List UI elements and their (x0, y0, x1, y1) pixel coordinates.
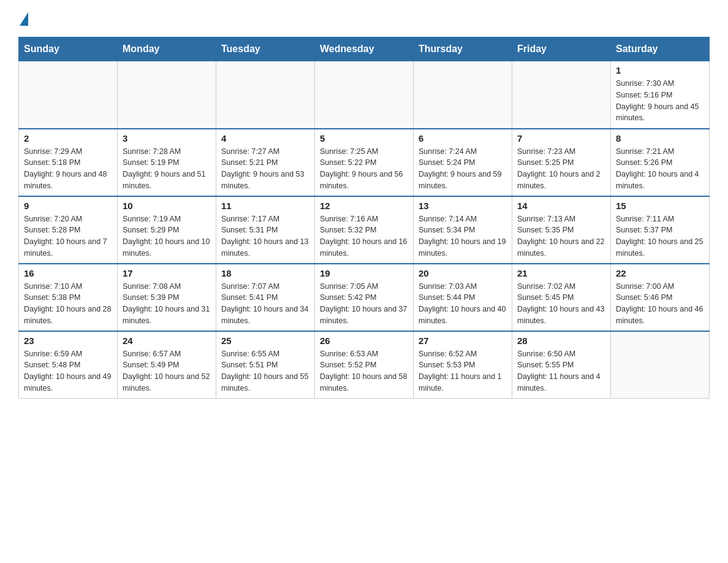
day-info: Sunrise: 7:08 AM Sunset: 5:39 PM Dayligh… (123, 281, 211, 327)
calendar-cell: 20Sunrise: 7:03 AM Sunset: 5:44 PM Dayli… (414, 264, 512, 331)
day-info: Sunrise: 7:21 AM Sunset: 5:26 PM Dayligh… (616, 146, 704, 192)
day-number: 1 (616, 65, 704, 75)
column-header-tuesday: Tuesday (216, 37, 315, 61)
day-info: Sunrise: 7:00 AM Sunset: 5:46 PM Dayligh… (616, 281, 704, 327)
calendar-cell: 23Sunrise: 6:59 AM Sunset: 5:48 PM Dayli… (19, 331, 118, 399)
calendar-cell: 1Sunrise: 7:30 AM Sunset: 5:16 PM Daylig… (611, 61, 710, 129)
day-info: Sunrise: 7:23 AM Sunset: 5:25 PM Dayligh… (517, 146, 605, 192)
calendar-week-row: 1Sunrise: 7:30 AM Sunset: 5:16 PM Daylig… (19, 61, 710, 129)
calendar-cell (512, 61, 611, 129)
day-info: Sunrise: 7:13 AM Sunset: 5:35 PM Dayligh… (517, 213, 605, 259)
day-info: Sunrise: 7:20 AM Sunset: 5:28 PM Dayligh… (24, 213, 112, 259)
day-number: 5 (320, 133, 408, 144)
day-info: Sunrise: 7:24 AM Sunset: 5:24 PM Dayligh… (419, 146, 507, 192)
column-header-sunday: Sunday (19, 37, 118, 61)
calendar-cell: 8Sunrise: 7:21 AM Sunset: 5:26 PM Daylig… (611, 129, 710, 196)
day-info: Sunrise: 7:28 AM Sunset: 5:19 PM Dayligh… (123, 146, 211, 192)
calendar-table: SundayMondayTuesdayWednesdayThursdayFrid… (18, 37, 710, 399)
calendar-cell: 22Sunrise: 7:00 AM Sunset: 5:46 PM Dayli… (611, 264, 710, 331)
day-number: 24 (123, 335, 211, 346)
column-header-wednesday: Wednesday (315, 37, 414, 61)
day-number: 2 (24, 133, 112, 144)
calendar-cell: 9Sunrise: 7:20 AM Sunset: 5:28 PM Daylig… (19, 196, 118, 264)
day-info: Sunrise: 6:53 AM Sunset: 5:52 PM Dayligh… (320, 348, 408, 394)
day-info: Sunrise: 7:03 AM Sunset: 5:44 PM Dayligh… (419, 281, 507, 327)
calendar-week-row: 2Sunrise: 7:29 AM Sunset: 5:18 PM Daylig… (19, 129, 710, 196)
day-info: Sunrise: 6:55 AM Sunset: 5:51 PM Dayligh… (221, 348, 309, 394)
day-number: 12 (320, 201, 408, 211)
column-header-monday: Monday (118, 37, 216, 61)
calendar-header-row: SundayMondayTuesdayWednesdayThursdayFrid… (19, 37, 710, 61)
calendar-cell: 25Sunrise: 6:55 AM Sunset: 5:51 PM Dayli… (216, 331, 315, 399)
day-info: Sunrise: 7:29 AM Sunset: 5:18 PM Dayligh… (24, 146, 112, 192)
calendar-cell (19, 61, 118, 129)
column-header-friday: Friday (512, 37, 611, 61)
day-number: 26 (320, 335, 408, 346)
calendar-cell (611, 331, 710, 399)
calendar-cell: 5Sunrise: 7:25 AM Sunset: 5:22 PM Daylig… (315, 129, 414, 196)
calendar-cell: 28Sunrise: 6:50 AM Sunset: 5:55 PM Dayli… (512, 331, 611, 399)
calendar-cell: 13Sunrise: 7:14 AM Sunset: 5:34 PM Dayli… (414, 196, 512, 264)
calendar-week-row: 16Sunrise: 7:10 AM Sunset: 5:38 PM Dayli… (19, 264, 710, 331)
day-number: 8 (616, 133, 704, 144)
day-number: 4 (221, 133, 309, 144)
day-number: 9 (24, 201, 112, 211)
day-number: 10 (123, 201, 211, 211)
day-info: Sunrise: 7:05 AM Sunset: 5:42 PM Dayligh… (320, 281, 408, 327)
day-number: 7 (517, 133, 605, 144)
day-number: 19 (320, 268, 408, 278)
calendar-cell: 12Sunrise: 7:16 AM Sunset: 5:32 PM Dayli… (315, 196, 414, 264)
day-info: Sunrise: 7:27 AM Sunset: 5:21 PM Dayligh… (221, 146, 309, 192)
calendar-cell: 10Sunrise: 7:19 AM Sunset: 5:29 PM Dayli… (118, 196, 216, 264)
day-info: Sunrise: 7:14 AM Sunset: 5:34 PM Dayligh… (419, 213, 507, 259)
day-number: 21 (517, 268, 605, 278)
calendar-cell: 7Sunrise: 7:23 AM Sunset: 5:25 PM Daylig… (512, 129, 611, 196)
day-info: Sunrise: 7:11 AM Sunset: 5:37 PM Dayligh… (616, 213, 704, 259)
day-number: 20 (419, 268, 507, 278)
day-number: 22 (616, 268, 704, 278)
calendar-cell: 11Sunrise: 7:17 AM Sunset: 5:31 PM Dayli… (216, 196, 315, 264)
column-header-thursday: Thursday (414, 37, 512, 61)
calendar-cell: 19Sunrise: 7:05 AM Sunset: 5:42 PM Dayli… (315, 264, 414, 331)
day-number: 23 (24, 335, 112, 346)
column-header-saturday: Saturday (611, 37, 710, 61)
calendar-cell: 14Sunrise: 7:13 AM Sunset: 5:35 PM Dayli… (512, 196, 611, 264)
day-info: Sunrise: 6:59 AM Sunset: 5:48 PM Dayligh… (24, 348, 112, 394)
day-number: 25 (221, 335, 309, 346)
day-number: 11 (221, 201, 309, 211)
day-info: Sunrise: 7:10 AM Sunset: 5:38 PM Dayligh… (24, 281, 112, 327)
day-info: Sunrise: 7:30 AM Sunset: 5:16 PM Dayligh… (616, 78, 704, 124)
day-info: Sunrise: 6:50 AM Sunset: 5:55 PM Dayligh… (517, 348, 605, 394)
calendar-cell: 6Sunrise: 7:24 AM Sunset: 5:24 PM Daylig… (414, 129, 512, 196)
calendar-cell: 4Sunrise: 7:27 AM Sunset: 5:21 PM Daylig… (216, 129, 315, 196)
page-header (18, 12, 710, 25)
calendar-cell: 24Sunrise: 6:57 AM Sunset: 5:49 PM Dayli… (118, 331, 216, 399)
day-number: 28 (517, 335, 605, 346)
calendar-cell: 21Sunrise: 7:02 AM Sunset: 5:45 PM Dayli… (512, 264, 611, 331)
day-number: 27 (419, 335, 507, 346)
calendar-cell: 16Sunrise: 7:10 AM Sunset: 5:38 PM Dayli… (19, 264, 118, 331)
calendar-week-row: 23Sunrise: 6:59 AM Sunset: 5:48 PM Dayli… (19, 331, 710, 399)
day-number: 3 (123, 133, 211, 144)
day-info: Sunrise: 7:02 AM Sunset: 5:45 PM Dayligh… (517, 281, 605, 327)
day-number: 15 (616, 201, 704, 211)
calendar-cell: 3Sunrise: 7:28 AM Sunset: 5:19 PM Daylig… (118, 129, 216, 196)
calendar-cell (315, 61, 414, 129)
day-number: 6 (419, 133, 507, 144)
day-info: Sunrise: 7:16 AM Sunset: 5:32 PM Dayligh… (320, 213, 408, 259)
calendar-cell (216, 61, 315, 129)
day-number: 14 (517, 201, 605, 211)
calendar-week-row: 9Sunrise: 7:20 AM Sunset: 5:28 PM Daylig… (19, 196, 710, 264)
calendar-cell: 17Sunrise: 7:08 AM Sunset: 5:39 PM Dayli… (118, 264, 216, 331)
day-number: 13 (419, 201, 507, 211)
day-info: Sunrise: 7:07 AM Sunset: 5:41 PM Dayligh… (221, 281, 309, 327)
logo-triangle-icon (20, 12, 28, 26)
calendar-cell (414, 61, 512, 129)
calendar-cell (118, 61, 216, 129)
day-info: Sunrise: 6:52 AM Sunset: 5:53 PM Dayligh… (419, 348, 507, 394)
day-number: 16 (24, 268, 112, 278)
calendar-cell: 27Sunrise: 6:52 AM Sunset: 5:53 PM Dayli… (414, 331, 512, 399)
calendar-cell: 15Sunrise: 7:11 AM Sunset: 5:37 PM Dayli… (611, 196, 710, 264)
day-number: 18 (221, 268, 309, 278)
day-info: Sunrise: 7:25 AM Sunset: 5:22 PM Dayligh… (320, 146, 408, 192)
